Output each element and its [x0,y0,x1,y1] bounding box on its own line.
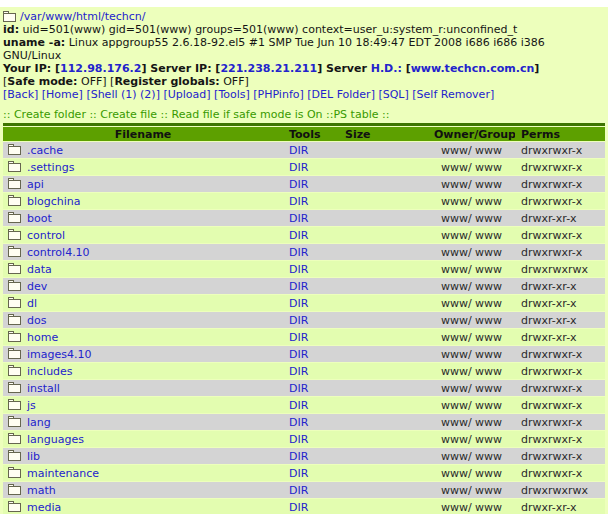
filename-link[interactable]: js [27,399,36,412]
dir-link[interactable]: DIR [289,229,308,242]
table-row: apiDIRwww/ wwwdrwxrwxr-x [3,176,605,192]
nav-phpinfo[interactable]: [PHPinfo] [253,88,304,101]
filename-link[interactable]: home [27,331,58,344]
server-domain-link[interactable]: www.techcn.com.cn [411,62,535,75]
dir-link[interactable]: DIR [289,348,308,361]
filename-cell: languages [3,431,283,447]
filename-link[interactable]: dl [27,297,37,310]
dir-link[interactable]: DIR [289,280,308,293]
dir-link[interactable]: DIR [289,467,308,480]
file-manager-page: /var/www/html/techcn/ id: uid=501(www) g… [0,7,608,514]
folder-icon [8,263,21,274]
tools-cell: DIR [283,278,339,294]
filename-link[interactable]: images4.10 [27,348,92,361]
perms-cell: drwxrwxr-x [515,159,605,175]
perms-cell: drwxrwxr-x [515,193,605,209]
dir-link[interactable]: DIR [289,331,308,344]
filename-link[interactable]: blogchina [27,195,81,208]
filename-link[interactable]: control [27,229,65,242]
dir-link[interactable]: DIR [289,178,308,191]
server-hd-link[interactable]: H.D.: [371,62,402,75]
perms-cell: drwxr-xr-x [515,329,605,345]
table-row: devDIRwww/ wwwdrwxr-xr-x [3,278,605,294]
dir-link[interactable]: DIR [289,484,308,497]
tools-cell: DIR [283,244,339,260]
size-cell [339,295,428,311]
dir-link[interactable]: DIR [289,433,308,446]
nav-back[interactable]: [Back] [3,88,38,101]
folder-icon [8,433,21,444]
size-cell [339,448,428,464]
nav-shell[interactable]: [Shell (1) (2)] [86,88,160,101]
perms-cell: drwxrwxrwx [515,482,605,498]
nav-home[interactable]: [Home] [42,88,83,101]
filename-link[interactable]: lib [27,450,40,463]
size-cell [339,380,428,396]
tools-cell: DIR [283,193,339,209]
create-file-link[interactable]: Create file [100,108,157,121]
filename-link[interactable]: .settings [27,161,74,174]
dir-link[interactable]: DIR [289,382,308,395]
nav-self-remover[interactable]: [Self Remover] [412,88,494,101]
filename-link[interactable]: lang [27,416,51,429]
filename-link[interactable]: data [27,263,52,276]
dir-link[interactable]: DIR [289,212,308,225]
dir-link[interactable]: DIR [289,297,308,310]
table-row: jsDIRwww/ wwwdrwxrwxr-x [3,397,605,413]
filename-link[interactable]: dos [27,314,46,327]
filename-link[interactable]: install [27,382,60,395]
owner-group-cell: www/ www [428,312,515,328]
dir-link[interactable]: DIR [289,501,308,514]
tools-cell: DIR [283,346,339,362]
dir-link[interactable]: DIR [289,365,308,378]
table-row: .cacheDIRwww/ wwwdrwxrwxr-x [3,142,605,158]
size-cell [339,193,428,209]
folder-icon [8,365,21,376]
filename-link[interactable]: media [27,501,61,514]
tools-cell: DIR [283,227,339,243]
column-header-filename: Filename [3,127,283,141]
filename-link[interactable]: languages [27,433,84,446]
tools-cell: DIR [283,397,339,413]
owner-group-cell: www/ www [428,380,515,396]
folder-icon [8,382,21,393]
dir-link[interactable]: DIR [289,263,308,276]
filename-cell: install [3,380,283,396]
filename-link[interactable]: api [27,178,44,191]
nav-upload[interactable]: [Upload] [163,88,210,101]
size-cell [339,227,428,243]
dir-link[interactable]: DIR [289,416,308,429]
ps-table-link[interactable]: PS table [333,108,378,121]
dir-link[interactable]: DIR [289,246,308,259]
filename-link[interactable]: math [27,484,56,497]
owner-group-cell: www/ www [428,499,515,514]
folder-icon [8,501,21,512]
table-row: mathDIRwww/ wwwdrwxrwxrwx [3,482,605,498]
nav-tools[interactable]: [Tools] [214,88,250,101]
filename-cell: blogchina [3,193,283,209]
filename-link[interactable]: control4.10 [27,246,90,259]
current-path-line: /var/www/html/techcn/ [0,10,608,23]
filename-link[interactable]: .cache [27,144,63,157]
nav-del-folder[interactable]: [DEL Folder] [307,88,375,101]
dir-link[interactable]: DIR [289,314,308,327]
folder-icon [8,178,21,189]
filename-link[interactable]: maintenance [27,467,99,480]
dir-link[interactable]: DIR [289,195,308,208]
dir-link[interactable]: DIR [289,450,308,463]
current-path-link[interactable]: /var/www/html/techcn/ [20,10,145,23]
filename-link[interactable]: dev [27,280,47,293]
filename-link[interactable]: boot [27,212,52,225]
filename-cell: maintenance [3,465,283,481]
create-folder-link[interactable]: Create folder [14,108,86,121]
tools-cell: DIR [283,465,339,481]
filename-cell: control4.10 [3,244,283,260]
nav-sql[interactable]: [SQL] [378,88,408,101]
dir-link[interactable]: DIR [289,161,308,174]
filename-cell: boot [3,210,283,226]
dir-link[interactable]: DIR [289,144,308,157]
read-file-link[interactable]: Read file if safe mode is On [172,108,323,121]
dir-link[interactable]: DIR [289,399,308,412]
filename-link[interactable]: includes [27,365,73,378]
owner-group-cell: www/ www [428,176,515,192]
